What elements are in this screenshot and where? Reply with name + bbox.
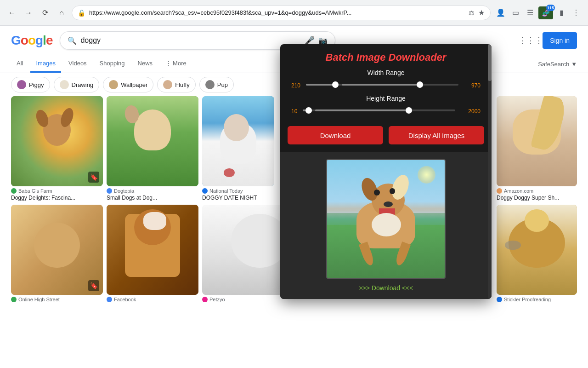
source-icon-b-right bbox=[497, 297, 502, 302]
popup-scrollbar-thumb bbox=[488, 44, 492, 81]
chip-drawing-img bbox=[60, 80, 69, 89]
img-title-1: Doggy Delights: Fascina... bbox=[11, 195, 103, 201]
chip-fluffy[interactable]: Fluffy bbox=[157, 77, 196, 92]
popup-download-link[interactable]: >>> Download <<< bbox=[358, 284, 413, 292]
more-icon: ⋮ bbox=[165, 60, 171, 67]
img-source-b1: Online High Street bbox=[11, 297, 103, 302]
refresh-button[interactable]: ⟳ bbox=[39, 6, 51, 19]
bookmark-icon-1: 🔖 bbox=[88, 172, 99, 183]
tab-more[interactable]: ⋮ More bbox=[160, 55, 192, 73]
height-slider-fill2 bbox=[315, 109, 409, 111]
source-icon-2 bbox=[107, 188, 112, 194]
chip-drawing[interactable]: Drawing bbox=[54, 77, 100, 92]
chip-wallpaper[interactable]: Wallpaper bbox=[103, 77, 153, 92]
popup-scrollbar[interactable] bbox=[488, 44, 492, 299]
image-card-1[interactable]: 🔖 Baba G's Farm Doggy Delights: Fascina.… bbox=[11, 96, 103, 201]
dog-image-3 bbox=[202, 96, 274, 186]
star-icon[interactable]: ★ bbox=[478, 8, 485, 17]
sidebar-button[interactable]: ▮ bbox=[555, 6, 568, 19]
height-slider[interactable] bbox=[301, 106, 457, 115]
source-icon-b3 bbox=[202, 297, 208, 302]
more-button[interactable]: ⋮ bbox=[570, 6, 582, 19]
browser-actions: 👤 ▭ ☰ 🧬 115 ▮ ⋮ bbox=[494, 6, 582, 19]
google-logo[interactable]: Google bbox=[11, 33, 52, 48]
extension-button[interactable]: 🧬 115 bbox=[538, 6, 553, 19]
img-source-right-1: Amazon.com bbox=[497, 188, 577, 194]
tab-shopping[interactable]: Shopping bbox=[94, 55, 130, 73]
height-range-values: 10 2000 bbox=[289, 106, 482, 117]
width-min-value: 210 bbox=[291, 82, 300, 89]
google-page: Google 🔍 doggy 🎤 📷 ⋮⋮⋮ Sign in All Image… bbox=[0, 26, 588, 368]
dog-image-b1: 🔖 bbox=[11, 205, 103, 295]
source-icon-b2 bbox=[107, 297, 112, 302]
back-button[interactable]: ← bbox=[6, 6, 18, 19]
display-all-button[interactable]: Display All Images bbox=[389, 126, 484, 144]
chip-pup[interactable]: Pup bbox=[199, 77, 234, 92]
img-title-right-1: Doggy Doggy Super Sh... bbox=[497, 195, 577, 201]
height-slider-left-thumb[interactable] bbox=[305, 107, 312, 114]
image-card-3[interactable]: National Today DOGGY DATE NIGHT bbox=[202, 96, 274, 201]
popup-buttons: Download Display All Images bbox=[280, 126, 492, 152]
tab-videos[interactable]: Videos bbox=[63, 55, 92, 73]
img-title-2: Small Dogs at Dog... bbox=[107, 195, 198, 201]
header-right: ⋮⋮⋮ Sign in bbox=[522, 32, 577, 49]
dog-image-2 bbox=[107, 96, 198, 186]
popup-preview-image bbox=[326, 159, 446, 279]
home-button[interactable]: ⌂ bbox=[55, 6, 68, 19]
width-range-label: Width Range bbox=[289, 69, 482, 76]
sign-in-button[interactable]: Sign in bbox=[543, 32, 577, 49]
dog-image-b-right bbox=[497, 205, 577, 295]
download-button[interactable]: Download bbox=[288, 126, 383, 144]
height-slider-right-thumb[interactable] bbox=[406, 107, 412, 114]
profile-button[interactable]: 👤 bbox=[494, 6, 507, 19]
width-slider[interactable] bbox=[304, 80, 460, 89]
popup-header: Batch Image Downloader Width Range 210 9… bbox=[280, 44, 492, 126]
img-source-b-right: Stickler Proofreading bbox=[497, 297, 577, 302]
tune-icon: ⚖ bbox=[469, 9, 475, 17]
tab-search-button[interactable]: ▭ bbox=[509, 6, 522, 19]
width-range-values: 210 970 bbox=[289, 80, 482, 91]
popup-image-area: >>> Download <<< bbox=[280, 152, 492, 299]
apps-button[interactable]: ⋮⋮⋮ bbox=[522, 32, 539, 49]
source-icon-3 bbox=[202, 188, 208, 194]
width-slider-right-thumb[interactable] bbox=[417, 81, 423, 88]
forward-button[interactable]: → bbox=[22, 6, 35, 19]
chip-pup-img bbox=[205, 80, 215, 89]
tab-all[interactable]: All bbox=[11, 55, 28, 73]
camera-icon[interactable]: 📷 bbox=[318, 36, 328, 45]
chip-wallpaper-img bbox=[109, 80, 118, 89]
extension-count: 115 bbox=[546, 5, 555, 11]
width-max-value: 970 bbox=[471, 82, 481, 89]
image-card-b1[interactable]: 🔖 Online High Street bbox=[11, 205, 103, 302]
dog-preview bbox=[327, 160, 445, 278]
safesearch-toggle[interactable]: SafeSearch ▼ bbox=[538, 61, 577, 68]
tab-news[interactable]: News bbox=[132, 55, 158, 73]
img-title-3: DOGGY DATE NIGHT bbox=[202, 195, 274, 201]
chip-piggy-img bbox=[17, 80, 26, 89]
height-min-value: 10 bbox=[291, 108, 297, 115]
width-slider-fill2 bbox=[342, 84, 420, 86]
image-card-b-right[interactable]: Stickler Proofreading bbox=[497, 205, 577, 302]
lock-icon: 🔒 bbox=[78, 9, 85, 17]
tab-images[interactable]: Images bbox=[30, 55, 61, 73]
image-card-b2[interactable]: Facebook bbox=[107, 205, 198, 302]
dog-image-1: 🔖 bbox=[11, 96, 103, 186]
img-source-3: National Today bbox=[202, 188, 274, 194]
popup-title: Batch Image Downloader bbox=[289, 52, 482, 63]
extension-popup: Batch Image Downloader Width Range 210 9… bbox=[280, 44, 492, 299]
img-source-1: Baba G's Farm bbox=[11, 188, 103, 194]
search-icon: 🔍 bbox=[68, 36, 77, 45]
width-slider-left-thumb[interactable] bbox=[332, 81, 339, 88]
image-card-right-1[interactable]: Amazon.com Doggy Doggy Super Sh... bbox=[497, 96, 577, 201]
img-source-b2: Facebook bbox=[107, 297, 198, 302]
search-input[interactable]: doggy bbox=[80, 36, 301, 45]
dog-image-b2 bbox=[107, 205, 198, 295]
address-bar[interactable]: 🔒 https://www.google.com/search?sca_esv=… bbox=[72, 6, 491, 20]
source-icon-1 bbox=[11, 188, 17, 194]
bookmark-bar-button[interactable]: ☰ bbox=[524, 6, 537, 19]
chip-piggy[interactable]: Piggy bbox=[11, 77, 50, 92]
img-source-2: Dogtopia bbox=[107, 188, 198, 194]
height-max-value: 2000 bbox=[468, 108, 481, 115]
image-card-2[interactable]: Dogtopia Small Dogs at Dog... bbox=[107, 96, 198, 201]
dog-image-right-1 bbox=[497, 96, 577, 186]
